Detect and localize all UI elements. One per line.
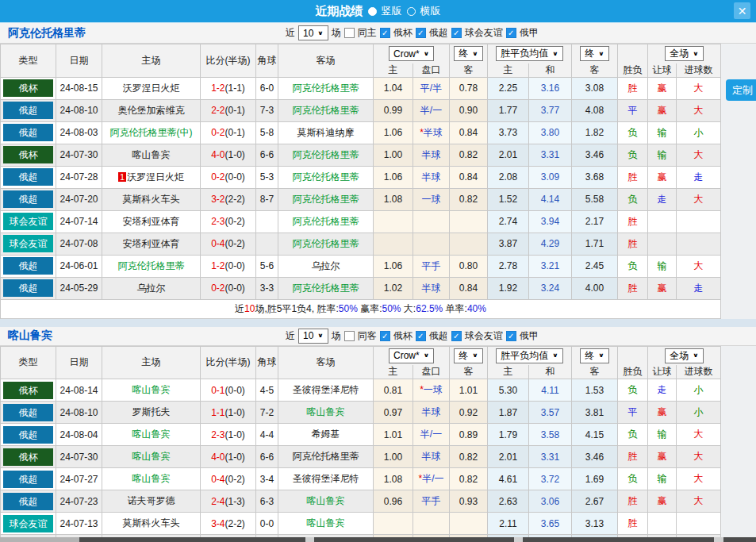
eu-draw-odds: 3.65 xyxy=(529,513,572,535)
away-team: 阿克伦托格里蒂 xyxy=(278,188,374,210)
league-label-super[interactable]: 俄超 xyxy=(429,26,448,40)
close-icon[interactable]: ✕ xyxy=(734,2,750,19)
home-team: 喀山鲁宾 xyxy=(102,446,201,468)
match-date: 24-08-10 xyxy=(56,402,102,424)
odds-state-select[interactable]: 终∨ xyxy=(454,46,482,61)
league-checkbox-d1[interactable]: ✓ xyxy=(506,28,516,38)
goals-flag: 大 xyxy=(677,490,721,513)
odds-company-select[interactable]: Crow*∨ xyxy=(389,46,434,61)
result-flag: 胜 xyxy=(618,210,648,233)
dialog-titlebar: 近期战绩 竖版 横版 ✕ xyxy=(0,0,756,22)
avg-state-select[interactable]: 终∨ xyxy=(580,46,608,61)
odds-state-select[interactable]: 终∨ xyxy=(454,348,482,363)
league-label-cup[interactable]: 俄杯 xyxy=(393,26,413,40)
result-flag: 胜 xyxy=(618,166,648,188)
league-label-d1[interactable]: 俄甲 xyxy=(520,329,539,343)
eu-home-odds: 2.01 xyxy=(488,446,529,468)
league-checkbox-super[interactable]: ✓ xyxy=(416,28,426,38)
avg-state-select[interactable]: 终∨ xyxy=(580,348,608,363)
scope-cell: 全场∨ xyxy=(648,346,721,365)
eu-away-odds: 1.53 xyxy=(572,379,618,402)
league-checkbox-friendly[interactable]: ✓ xyxy=(451,28,462,38)
league-label-d1[interactable]: 俄甲 xyxy=(520,26,539,40)
match-score: 0-4(0-2) xyxy=(201,233,256,255)
goals-flag: 大 xyxy=(677,424,721,446)
customize-button[interactable]: 定制 xyxy=(726,79,756,101)
league-label-friendly[interactable]: 球会友谊 xyxy=(465,329,503,343)
same-home-checkbox[interactable] xyxy=(344,28,355,38)
match-date: 24-07-23 xyxy=(56,490,102,513)
match-row: 俄超24-07-23诺夫哥罗德2-4(1-3)6-3喀山鲁宾0.96平手0.93… xyxy=(1,490,721,513)
league-label-super[interactable]: 俄超 xyxy=(429,329,448,343)
col-result: 胜负 xyxy=(618,63,648,78)
col-date: 日期 xyxy=(56,44,102,78)
result-flag: 负 xyxy=(618,144,648,166)
league-checkbox-cup[interactable]: ✓ xyxy=(380,28,390,38)
ah-home-odds: 1.06 xyxy=(374,121,413,144)
league-checkbox-super[interactable]: ✓ xyxy=(416,331,426,341)
team-name-rubin: 喀山鲁宾 xyxy=(8,329,52,343)
col-handicap: 让球 xyxy=(648,365,677,379)
horizontal-layout-radio[interactable] xyxy=(407,7,416,16)
col-eu-draw: 和 xyxy=(529,365,572,379)
match-row: 俄超24-05-29乌拉尔0-2(0-0)3-3阿克伦托格里蒂1.02半球0.8… xyxy=(1,277,721,299)
same-away-label[interactable]: 同客 xyxy=(358,329,377,343)
filter-bar-rubin: 近 10∨ 场 同客 ✓ 俄杯 ✓ 俄超 ✓ 球会友谊 ✓ 俄甲 xyxy=(286,329,539,344)
match-count-select[interactable]: 10∨ xyxy=(298,329,328,344)
same-home-label[interactable]: 同主 xyxy=(358,26,377,40)
home-team: 莫斯科火车头 xyxy=(102,513,201,535)
eu-away-odds: 1.71 xyxy=(572,233,618,255)
stats-summary-row: 近10场,胜5平1负4, 胜率:50% 赢率:50% 大:62.5% 单率:40… xyxy=(1,299,721,318)
ah-home-odds: 1.00 xyxy=(374,446,413,468)
match-date: 24-06-01 xyxy=(56,255,102,277)
eu-draw-odds: 3.94 xyxy=(529,210,572,233)
ah-away-odds: 0.82 xyxy=(450,468,488,490)
matches-table-akron: 类型 日期 主场 比分(半场) 角球 客场 Crow*∨ 终∨ 胜平负均值∨ 终… xyxy=(0,44,721,319)
ah-home-odds: 1.00 xyxy=(374,144,413,166)
match-count-select[interactable]: 10∨ xyxy=(298,25,328,40)
result-flag: 负 xyxy=(618,255,648,277)
league-label-cup[interactable]: 俄杯 xyxy=(393,329,413,343)
match-score: 2-2(0-1) xyxy=(201,99,256,121)
corner-score: 5-6 xyxy=(256,255,278,277)
corner-score: 6-0 xyxy=(256,77,278,99)
avg-odds-select[interactable]: 胜平负均值∨ xyxy=(496,46,562,61)
goals-flag: 大 xyxy=(677,188,721,210)
match-row: 球会友谊24-07-08安塔利亚体育0-4(0-2)阿克伦托格里蒂3.874.2… xyxy=(1,233,721,255)
same-away-checkbox[interactable] xyxy=(344,331,355,341)
home-team: 喀山鲁宾 xyxy=(102,468,201,490)
chevron-down-icon: ∨ xyxy=(552,51,558,57)
ah-away-odds: 0.78 xyxy=(450,77,488,99)
corner-score: 8-7 xyxy=(256,188,278,210)
home-team: 阿克伦托格里蒂 xyxy=(102,255,201,277)
col-goals: 进球数 xyxy=(677,63,721,78)
goals-flag xyxy=(677,513,721,535)
result-flag: 负 xyxy=(618,188,648,210)
eu-home-odds: 4.61 xyxy=(488,468,529,490)
match-row: 球会友谊24-07-13莫斯科火车头3-4(2-2)0-0喀山鲁宾2.113.6… xyxy=(1,513,721,535)
result-flag: 平 xyxy=(618,402,648,424)
eu-draw-odds: 3.58 xyxy=(529,424,572,446)
eu-home-odds: 1.79 xyxy=(488,424,529,446)
match-date: 24-07-28 xyxy=(56,166,102,188)
odds-company-select[interactable]: Crow*∨ xyxy=(389,348,434,363)
chevron-down-icon: ∨ xyxy=(693,51,698,57)
league-checkbox-cup[interactable]: ✓ xyxy=(380,331,390,341)
horizontal-layout-label[interactable]: 横版 xyxy=(420,4,441,18)
league-checkbox-friendly[interactable]: ✓ xyxy=(451,331,462,341)
match-date: 24-07-27 xyxy=(56,468,102,490)
corner-score: 6-3 xyxy=(256,490,278,513)
handicap-flag xyxy=(648,513,677,535)
league-label-friendly[interactable]: 球会友谊 xyxy=(465,26,503,40)
scope-select[interactable]: 全场∨ xyxy=(665,46,703,61)
vertical-layout-radio[interactable] xyxy=(368,7,377,16)
league-checkbox-d1[interactable]: ✓ xyxy=(506,331,516,341)
vertical-layout-label[interactable]: 竖版 xyxy=(382,4,402,18)
corner-score: 5-8 xyxy=(256,121,278,144)
handicap-flag: 赢 xyxy=(648,77,677,99)
avg-odds-select[interactable]: 胜平负均值∨ xyxy=(496,348,562,363)
scope-select[interactable]: 全场∨ xyxy=(665,348,703,363)
match-date: 24-08-14 xyxy=(56,379,102,402)
chevron-down-icon: ∨ xyxy=(424,352,429,359)
col-ah-line: 盘口 xyxy=(413,365,450,379)
